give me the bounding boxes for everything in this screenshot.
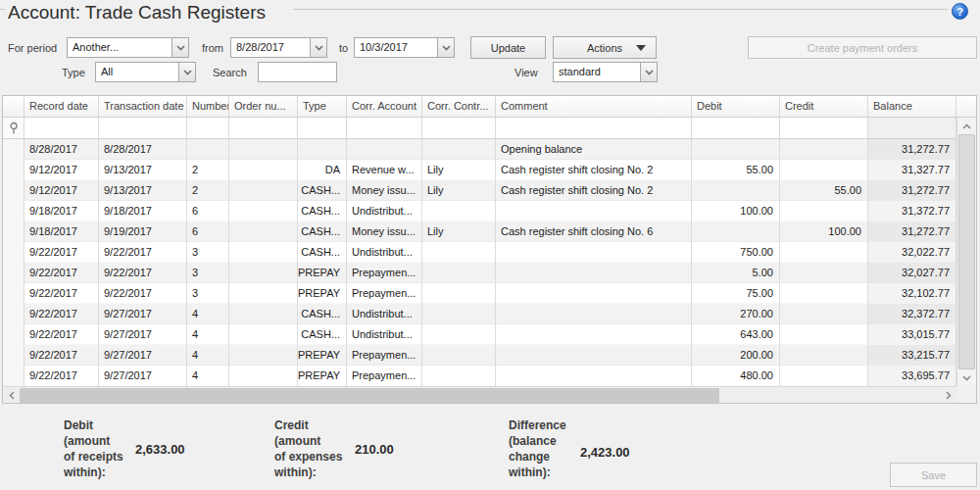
table-row[interactable]: 9/22/20179/27/20174PREPAYPrepaymen...200…: [3, 345, 956, 366]
column-header-comment[interactable]: Comment: [496, 96, 692, 118]
column-header-balance[interactable]: Balance: [868, 96, 956, 118]
from-date-field[interactable]: 8/28/2017: [230, 37, 327, 58]
filter-pin-icon[interactable]: [3, 118, 24, 139]
cell: CASH...: [298, 180, 347, 201]
cell: 9/18/2017: [24, 221, 99, 242]
cell: 480.00: [692, 366, 780, 386]
cell: [780, 304, 868, 324]
filter-cell[interactable]: [99, 118, 187, 139]
table-row[interactable]: 9/22/20179/27/20174CASH...Undistribut...…: [3, 304, 956, 324]
scroll-up-icon[interactable]: [957, 118, 976, 134]
cell: [496, 324, 692, 345]
cell: [422, 324, 496, 345]
table-row[interactable]: 8/28/20178/28/2017Opening balance31,272.…: [3, 139, 956, 160]
chevron-down-icon[interactable]: [640, 63, 657, 81]
update-button[interactable]: Update: [470, 36, 546, 59]
table-row[interactable]: 9/22/20179/22/20173PREPAYPrepaymen...5.0…: [3, 263, 956, 283]
table-row[interactable]: 9/22/20179/27/20174CASH...Undistribut...…: [3, 324, 956, 345]
groupbox-line: [293, 9, 948, 10]
cell: 8/28/2017: [24, 139, 99, 160]
table-row[interactable]: 9/22/20179/27/20174PREPAYPrepaymen...480…: [3, 366, 956, 386]
search-field[interactable]: [258, 62, 337, 82]
table-row[interactable]: 9/18/20179/18/20176CASH...Undistribut...…: [3, 201, 956, 221]
cell: 5.00: [692, 263, 780, 283]
cell: Cash register shift closing No. 6: [496, 221, 692, 242]
actions-button[interactable]: Actions: [553, 36, 657, 59]
chevron-down-icon[interactable]: [178, 63, 195, 81]
cell: Undistribut...: [347, 304, 422, 324]
row-indicator: [3, 160, 24, 180]
chevron-down-icon[interactable]: [437, 38, 454, 57]
filter-cell[interactable]: [868, 118, 956, 139]
filter-cell[interactable]: [229, 118, 298, 139]
cell: 100.00: [692, 201, 780, 221]
credit-total-value: 210.00: [355, 442, 394, 457]
cell: [780, 345, 868, 366]
filter-cell[interactable]: [24, 118, 99, 139]
filter-cell[interactable]: [422, 118, 496, 139]
chevron-down-icon[interactable]: [172, 38, 188, 57]
cell: DA: [298, 160, 347, 180]
cell: [229, 283, 298, 304]
chevron-down-icon[interactable]: [310, 38, 326, 57]
filter-cell[interactable]: [496, 118, 692, 139]
cell: 4: [187, 345, 229, 366]
column-header-record-date[interactable]: Record date: [24, 96, 99, 118]
row-indicator: [3, 242, 24, 263]
cell: Money issu...: [347, 180, 422, 201]
row-indicator: [3, 324, 24, 345]
cell: [229, 263, 298, 283]
cell: 4: [187, 304, 229, 324]
column-header-type[interactable]: Type: [298, 96, 347, 118]
column-header-credit[interactable]: Credit: [780, 96, 868, 118]
cell: 4: [187, 324, 229, 345]
table-row[interactable]: 9/12/20179/13/20172CASH...Money issu...L…: [3, 180, 956, 201]
table-row[interactable]: 9/12/20179/13/20172DARevenue w...LilyCas…: [3, 160, 956, 180]
cell: 270.00: [692, 304, 780, 324]
horizontal-scrollbar-thumb[interactable]: [20, 388, 719, 403]
filter-cell[interactable]: [692, 118, 780, 139]
cell: 9/22/2017: [24, 263, 99, 283]
vertical-scrollbar-thumb[interactable]: [958, 134, 975, 369]
period-select[interactable]: Another...: [67, 37, 189, 58]
column-header-corr-contractor[interactable]: Corr. Contr...: [422, 96, 496, 118]
to-date-field[interactable]: 10/3/2017: [354, 37, 455, 58]
column-header-debit[interactable]: Debit: [692, 96, 780, 118]
cell: 9/22/2017: [24, 304, 99, 324]
table-row[interactable]: 9/18/20179/19/20176CASH...Money issu...L…: [3, 221, 956, 242]
filter-cell[interactable]: [347, 118, 422, 139]
table-row[interactable]: 9/22/20179/22/20173PREPAYPrepaymen...75.…: [3, 283, 956, 304]
scroll-right-icon[interactable]: [940, 387, 956, 403]
scroll-down-icon[interactable]: [957, 369, 976, 386]
filter-cell[interactable]: [780, 118, 868, 139]
cell: 200.00: [692, 345, 780, 366]
column-header-corr-account[interactable]: Corr. Account: [347, 96, 422, 118]
save-button[interactable]: Save: [890, 463, 977, 487]
cell: PREPAY: [298, 283, 347, 304]
cell: CASH...: [298, 201, 347, 221]
filter-cell[interactable]: [187, 118, 229, 139]
cell: [496, 366, 692, 386]
column-header-transaction-date[interactable]: Transaction date: [99, 96, 187, 118]
view-select[interactable]: standard: [553, 62, 658, 82]
cell: 9/18/2017: [99, 201, 187, 221]
cell: 9/22/2017: [24, 242, 99, 263]
cell: 32,372.77: [868, 304, 956, 324]
scroll-left-icon[interactable]: [3, 387, 20, 403]
cell: [422, 366, 496, 386]
to-date-value: 10/3/2017: [355, 38, 437, 57]
cell: 55.00: [692, 160, 780, 180]
horizontal-scrollbar[interactable]: [3, 386, 956, 403]
create-payment-orders-button[interactable]: Create payment orders: [748, 36, 977, 59]
vertical-scrollbar[interactable]: [956, 118, 976, 386]
column-header-number[interactable]: Number: [187, 96, 229, 118]
type-select[interactable]: All: [95, 62, 196, 82]
column-header-order-number[interactable]: Order nu...: [229, 96, 298, 118]
table-row[interactable]: 9/22/20179/22/20173CASH...Undistribut...…: [3, 242, 956, 263]
help-icon[interactable]: ?: [952, 3, 968, 20]
to-label: to: [339, 42, 348, 54]
filter-cell[interactable]: [298, 118, 347, 139]
cell: CASH...: [298, 242, 347, 263]
cell: 31,327.77: [868, 160, 956, 180]
search-input[interactable]: [259, 63, 336, 81]
